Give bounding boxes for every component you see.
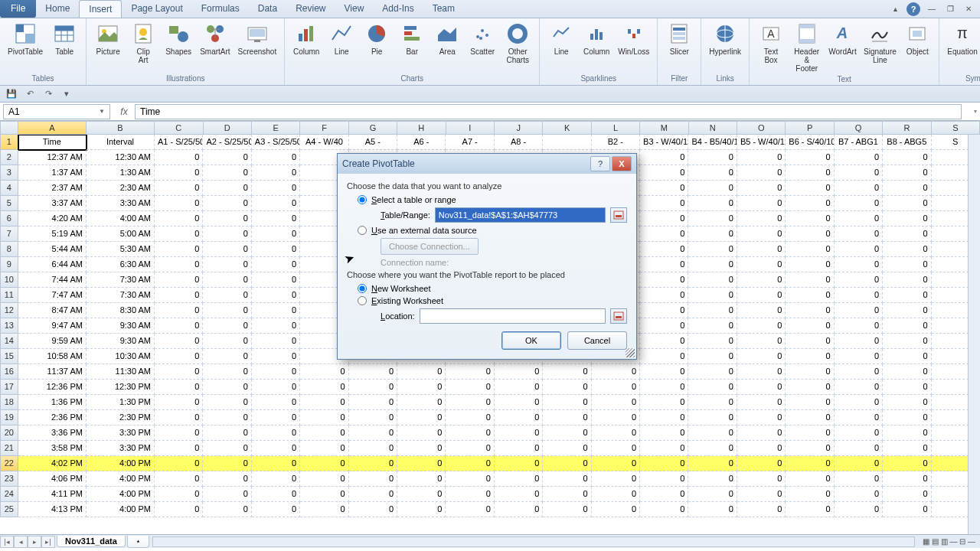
cell[interactable]: 0 [155, 318, 203, 334]
column-header[interactable]: I [446, 121, 495, 135]
cell[interactable]: 0 [737, 150, 786, 165]
row-header[interactable]: 7 [0, 227, 18, 242]
column-header[interactable]: P [786, 121, 834, 135]
cell[interactable]: 0 [835, 487, 883, 502]
cell[interactable]: 0 [688, 181, 737, 196]
minimize-ribbon-icon[interactable]: ▴ [888, 3, 902, 15]
cell[interactable]: 0 [349, 441, 397, 456]
cell[interactable]: 0 [688, 196, 737, 211]
cell[interactable]: 0 [883, 181, 931, 196]
cell[interactable]: 0 [883, 257, 931, 272]
cell[interactable]: 5:30 AM [87, 242, 155, 257]
cell[interactable]: 0 [592, 364, 640, 380]
cell[interactable]: 0 [203, 410, 251, 425]
cell[interactable]: 0 [397, 456, 446, 471]
cell[interactable]: 0 [446, 425, 494, 441]
table-range-input[interactable] [435, 207, 606, 223]
cell[interactable]: 0 [883, 150, 931, 165]
cell[interactable]: 0 [495, 395, 543, 410]
cell[interactable]: 0 [786, 242, 834, 257]
cell[interactable]: 0 [786, 257, 834, 272]
cell[interactable]: 0 [349, 487, 397, 502]
cell[interactable]: 0 [397, 502, 446, 517]
cell[interactable]: 0 [737, 196, 786, 211]
cell[interactable]: 0 [203, 211, 251, 227]
cell[interactable]: 1:30 AM [87, 165, 155, 181]
cell[interactable]: 0 [640, 303, 688, 318]
cell[interactable]: 0 [300, 502, 348, 517]
collapse-dialog-icon[interactable] [610, 207, 627, 223]
cell[interactable]: A1 - S/25/50 [155, 135, 203, 150]
undo-icon[interactable]: ↶ [23, 88, 37, 100]
cell[interactable]: 0 [640, 395, 688, 410]
cell[interactable]: 0 [446, 456, 494, 471]
column-header[interactable]: D [204, 121, 252, 135]
cell[interactable]: 0 [883, 471, 931, 487]
cell[interactable]: 0 [155, 502, 203, 517]
cell[interactable]: 3:36 PM [18, 425, 87, 441]
row-header[interactable]: 14 [0, 334, 18, 349]
cell[interactable]: 0 [640, 288, 688, 303]
cell[interactable]: 0 [155, 181, 203, 196]
cell[interactable]: 0 [835, 349, 883, 364]
cell[interactable]: B7 - ABG1 [835, 135, 883, 150]
cell[interactable]: 2:36 PM [18, 410, 87, 425]
cell[interactable]: 3:37 AM [18, 196, 87, 211]
cell[interactable]: 0 [543, 395, 591, 410]
cell[interactable]: 0 [203, 150, 251, 165]
help-icon[interactable]: ? [906, 2, 920, 16]
cell[interactable]: 1:30 PM [87, 395, 155, 410]
new-sheet-icon[interactable]: ⋆ [127, 536, 149, 548]
cell[interactable]: 0 [883, 502, 931, 517]
cell[interactable]: 0 [737, 318, 786, 334]
row-header[interactable]: 23 [0, 471, 18, 487]
save-icon[interactable]: 💾 [5, 88, 18, 100]
cell[interactable]: 0 [640, 272, 688, 288]
cell[interactable]: 0 [835, 334, 883, 349]
cell[interactable]: 0 [688, 487, 737, 502]
cell[interactable]: 0 [446, 395, 494, 410]
cell[interactable]: 0 [835, 150, 883, 165]
cell[interactable]: 0 [203, 242, 251, 257]
cell[interactable]: 0 [688, 211, 737, 227]
cell[interactable]: 0 [252, 272, 300, 288]
cell[interactable]: 0 [883, 288, 931, 303]
cell[interactable]: 0 [203, 456, 251, 471]
cell[interactable]: 0 [640, 165, 688, 181]
area-button[interactable]: Area [430, 20, 464, 73]
cell[interactable]: 0 [835, 242, 883, 257]
row-header[interactable]: 21 [0, 441, 18, 456]
cell[interactable]: 0 [835, 211, 883, 227]
cell[interactable]: 0 [640, 150, 688, 165]
cell[interactable]: 9:59 AM [18, 334, 87, 349]
row-header[interactable]: 9 [0, 257, 18, 272]
pivottable-button[interactable]: PivotTable [5, 20, 46, 73]
cell[interactable]: 0 [349, 395, 397, 410]
cell[interactable]: 0 [397, 487, 446, 502]
row-header[interactable]: 20 [0, 425, 18, 441]
radio-existing-worksheet[interactable] [358, 296, 367, 305]
ok-button[interactable]: OK [501, 331, 561, 350]
cell[interactable]: 0 [300, 395, 348, 410]
cell[interactable]: 0 [786, 380, 834, 395]
cell[interactable]: 0 [252, 334, 300, 349]
cell[interactable]: 0 [640, 211, 688, 227]
tab-addins[interactable]: Add-Ins [373, 0, 423, 18]
sheet-nav-first-icon[interactable]: |◂ [0, 536, 14, 548]
cell[interactable]: 12:30 AM [87, 150, 155, 165]
cell[interactable]: 0 [300, 471, 348, 487]
cell[interactable]: 0 [252, 380, 300, 395]
cancel-button[interactable]: Cancel [567, 331, 627, 350]
cell[interactable]: 0 [883, 334, 931, 349]
cell[interactable]: 0 [786, 395, 834, 410]
cell[interactable]: 0 [252, 318, 300, 334]
cell[interactable]: 0 [300, 410, 348, 425]
cell[interactable]: 7:30 AM [87, 272, 155, 288]
cell[interactable]: 0 [155, 288, 203, 303]
cell[interactable]: 0 [835, 196, 883, 211]
cell[interactable]: 0 [543, 456, 591, 471]
column-header[interactable]: O [737, 121, 786, 135]
wordart-button[interactable]: AWordArt [825, 20, 859, 74]
sheet-nav-next-icon[interactable]: ▸ [28, 536, 41, 548]
cell[interactable]: 0 [397, 410, 446, 425]
